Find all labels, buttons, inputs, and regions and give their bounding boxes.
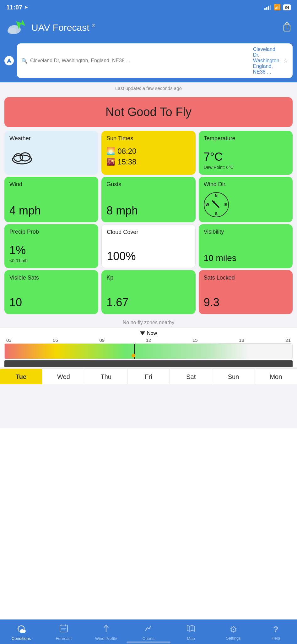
day-tab-thu[interactable]: Thu xyxy=(85,369,127,384)
nav-forecast[interactable]: Forecast xyxy=(42,619,85,644)
day-tab-sat[interactable]: Sat xyxy=(170,369,212,384)
visible-sats-value: 10 xyxy=(9,296,22,309)
signal-bars xyxy=(264,5,271,10)
day-tab-fri[interactable]: Fri xyxy=(127,369,170,384)
precip-prob-title: Precip Prob xyxy=(9,229,39,235)
wind-card[interactable]: Wind 4 mph xyxy=(4,177,98,222)
settings-icon: ⚙ xyxy=(230,624,237,635)
wind-profile-label: Wind Profile xyxy=(95,636,117,641)
sun-times-title: Sun Times xyxy=(106,135,133,142)
fly-status-banner: Not Good To Fly xyxy=(4,97,293,127)
svg-marker-5 xyxy=(7,58,12,63)
compass-circle: N S E W xyxy=(204,192,229,217)
my-location-button[interactable] xyxy=(4,56,14,65)
visibility-title: Visibility xyxy=(204,229,224,235)
time-display: 11:07 xyxy=(6,4,22,11)
cards-grid-row3: Precip Prob 1% <0.01in/h Cloud Cover 100… xyxy=(0,224,297,268)
timeline-arrow xyxy=(140,331,145,335)
svg-rect-17 xyxy=(60,625,68,632)
sunrise-time: 08:20 xyxy=(117,147,136,156)
no-fly-zone-text: No no-fly zones nearby xyxy=(0,316,297,328)
temperature-card[interactable]: Temperature 7°C Dew Point: 6°C xyxy=(199,131,293,175)
nav-wind-profile[interactable]: Wind Profile xyxy=(85,619,127,644)
wind-value: 4 mph xyxy=(9,204,41,217)
nav-settings[interactable]: ⚙ Settings xyxy=(212,619,255,644)
cards-grid-row1: Weather Sun Times xyxy=(0,131,297,175)
svg-point-1 xyxy=(8,28,16,34)
kp-title: Kp xyxy=(106,275,113,281)
sun-times-card[interactable]: Sun Times 🌅 08:20 🌇 15:38 xyxy=(101,131,195,175)
favorite-icon[interactable]: ☆ xyxy=(283,57,288,64)
wind-title: Wind xyxy=(9,181,22,188)
sunrise-icon: 🌅 xyxy=(106,147,115,155)
gusts-card[interactable]: Gusts 8 mph xyxy=(101,177,195,222)
nav-help[interactable]: ? Help xyxy=(255,619,297,644)
share-button[interactable] xyxy=(283,22,291,34)
kp-value: 1.67 xyxy=(106,296,128,309)
nav-charts[interactable]: Charts xyxy=(127,619,170,644)
cloud-cover-card[interactable]: Cloud Cover 100% xyxy=(101,224,195,268)
cloud-icon xyxy=(9,147,35,166)
sats-locked-title: Sats Locked xyxy=(204,275,235,281)
precip-prob-card[interactable]: Precip Prob 1% <0.01in/h xyxy=(4,224,98,268)
wind-profile-icon xyxy=(103,624,110,635)
day-tab-wed[interactable]: Wed xyxy=(42,369,85,384)
nav-conditions[interactable]: 🌤 Conditions xyxy=(0,619,42,644)
sun-times-content: 🌅 08:20 🌇 15:38 xyxy=(106,147,136,166)
search-box[interactable]: 🔍 Cleveland Dr, Washington, England, NE3… xyxy=(17,43,293,78)
app-title: UAV Forecast ® xyxy=(31,22,278,33)
cards-grid-row4: Visible Sats 10 Kp 1.67 Sats Locked 9.3 xyxy=(0,270,297,314)
gusts-title: Gusts xyxy=(106,181,121,188)
bottom-navigation: 🌤 Conditions Forecast Wind Profile xyxy=(0,619,297,644)
timeline-now-label: Now xyxy=(147,330,157,336)
help-icon: ? xyxy=(273,625,278,635)
kp-card[interactable]: Kp 1.67 xyxy=(101,270,195,314)
compass: N S E W xyxy=(204,192,229,217)
sunset-row: 🌇 15:38 xyxy=(106,158,136,166)
last-update: Last update: a few seconds ago xyxy=(0,82,297,93)
day-tabs: Tue Wed Thu Fri Sat Sun Mon xyxy=(0,369,297,384)
search-container: 🔍 Cleveland Dr, Washington, England, NE3… xyxy=(0,43,297,82)
timeline-night-bar xyxy=(4,360,293,367)
precip-prob-value: 1% xyxy=(9,244,26,257)
cards-grid-row2: Wind 4 mph Gusts 8 mph Wind Dir. N S E W xyxy=(0,177,297,222)
map-label: Map xyxy=(187,636,195,641)
sunset-time: 15:38 xyxy=(117,158,136,166)
timeline-bar[interactable] xyxy=(4,343,293,359)
day-tab-tue[interactable]: Tue xyxy=(0,369,42,384)
location-arrow-icon: ➤ xyxy=(24,5,28,10)
home-indicator xyxy=(127,641,170,643)
battery-indicator: 84 xyxy=(283,4,291,10)
wind-dir-title: Wind Dir. xyxy=(204,181,227,188)
timeline-gradient xyxy=(5,344,292,359)
temperature-value: 7°C xyxy=(204,150,223,164)
conditions-label: Conditions xyxy=(12,636,31,641)
dew-point: Dew Point: 6°C xyxy=(204,165,234,170)
status-right: 📶 84 xyxy=(264,4,291,11)
nav-map[interactable]: Map xyxy=(170,619,212,644)
main-content: Last update: a few seconds ago Not Good … xyxy=(0,82,297,428)
visible-sats-card[interactable]: Visible Sats 10 xyxy=(4,270,98,314)
app-logo xyxy=(6,17,27,38)
weather-card[interactable]: Weather xyxy=(4,131,98,175)
wifi-icon: 📶 xyxy=(274,4,281,11)
timeline-hours: 03 06 09 12 15 18 21 xyxy=(0,337,297,343)
wind-dir-card[interactable]: Wind Dir. N S E W xyxy=(199,177,293,222)
charts-label: Charts xyxy=(143,636,154,641)
status-time: 11:07 ➤ xyxy=(6,4,28,11)
visibility-value: 10 miles xyxy=(204,253,236,263)
sunset-icon: 🌇 xyxy=(106,158,115,166)
forecast-icon xyxy=(59,624,68,635)
precip-rate: <0.01in/h xyxy=(9,258,28,263)
timeline-now-dot xyxy=(132,354,135,358)
sats-locked-card[interactable]: Sats Locked 9.3 xyxy=(199,270,293,314)
home-indicator-bar xyxy=(0,641,297,644)
day-tab-sun[interactable]: Sun xyxy=(212,369,255,384)
timeline-now-indicator: Now xyxy=(0,328,297,337)
day-tab-mon[interactable]: Mon xyxy=(255,369,297,384)
map-icon xyxy=(186,624,195,635)
visibility-card[interactable]: Visibility 10 miles xyxy=(199,224,293,268)
search-input[interactable] xyxy=(30,58,251,64)
help-label: Help xyxy=(272,636,280,641)
sunrise-row: 🌅 08:20 xyxy=(106,147,136,156)
